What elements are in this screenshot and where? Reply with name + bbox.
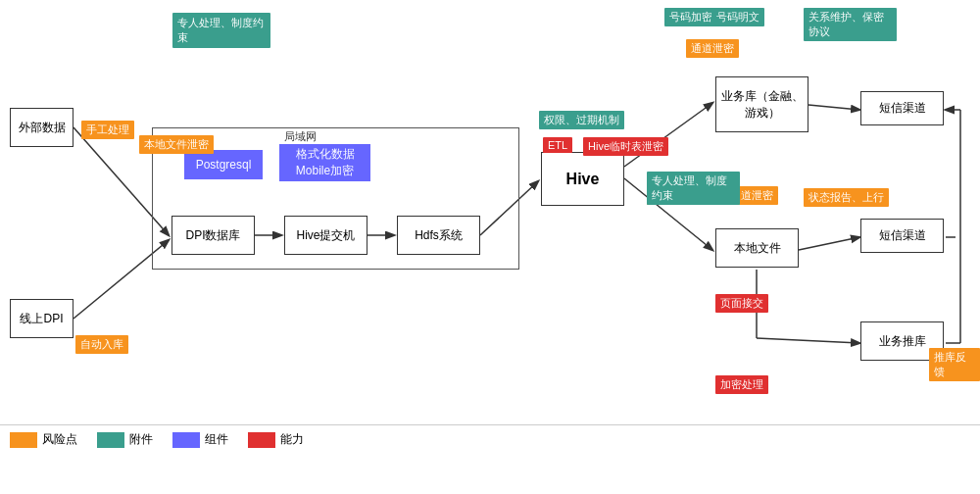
legend-capability: 能力 — [248, 431, 304, 448]
tag-manual-process: 手工处理 — [81, 121, 134, 139]
tag-page-connect: 页面接交 — [715, 294, 768, 313]
legend: 风险点 附件 组件 能力 — [10, 431, 304, 448]
diagram: 局域网 外部数据 线上DPI DPI数据库 Hive提交机 Hdfs系统 Hiv… — [0, 0, 980, 421]
online-dpi-box: 线上DPI — [10, 299, 74, 338]
tag-encrypt: 号码加密 — [664, 8, 717, 26]
hive-engine-box: Hive提交机 — [284, 216, 368, 255]
external-data-box: 外部数据 — [10, 108, 74, 147]
tag-auto-import: 自动入库 — [75, 335, 128, 354]
tag-permission-expire: 权限、过期机制 — [539, 111, 624, 129]
sms-channel2-box: 短信渠道 — [860, 219, 944, 253]
svg-line-6 — [808, 105, 859, 110]
business-lib-box: 业务库（金融、游戏） — [715, 76, 808, 132]
legend-risk: 风险点 — [10, 431, 77, 448]
dpi-db-box: DPI数据库 — [172, 216, 255, 255]
tag-etl: ETL — [543, 137, 572, 153]
legend-capability-box — [248, 432, 275, 448]
tag-status-report: 状态报告、上行 — [804, 188, 889, 207]
tag-specialist2: 专人处理、制度约束 — [647, 172, 740, 205]
mobile-enc-box: 格式化数据 Mobile加密 — [279, 144, 370, 181]
tag-db-feedback: 推库反馈 — [929, 348, 980, 381]
hdfs-box: Hdfs系统 — [397, 216, 480, 255]
tag-relation-maintain: 关系维护、保密协议 — [804, 8, 897, 41]
hive-box: Hive — [541, 152, 624, 206]
tag-specialist-process: 专人处理、制度约束 — [172, 13, 270, 48]
tag-hive-temp-leak: Hive临时表泄密 — [583, 137, 668, 156]
tag-channel-leak: 通道泄密 — [686, 39, 739, 58]
lan-label: 局域网 — [284, 129, 317, 144]
legend-attachment: 附件 — [97, 431, 153, 448]
tag-decrypt: 号码明文 — [711, 8, 764, 26]
legend-risk-box — [10, 432, 37, 448]
svg-line-8 — [799, 237, 859, 250]
legend-attachment-box — [97, 432, 124, 448]
local-file-box: 本地文件 — [715, 228, 799, 268]
tag-encrypt2: 加密处理 — [715, 375, 768, 394]
legend-component-box — [172, 432, 200, 448]
legend-component: 组件 — [172, 431, 228, 448]
postgresql-box: Postgresql — [184, 150, 263, 179]
svg-line-5 — [624, 103, 712, 167]
sms-channel1-box: 短信渠道 — [860, 91, 944, 125]
tag-local-file-leak: 本地文件泄密 — [139, 135, 214, 154]
divider — [0, 424, 980, 425]
svg-line-10 — [757, 338, 859, 343]
